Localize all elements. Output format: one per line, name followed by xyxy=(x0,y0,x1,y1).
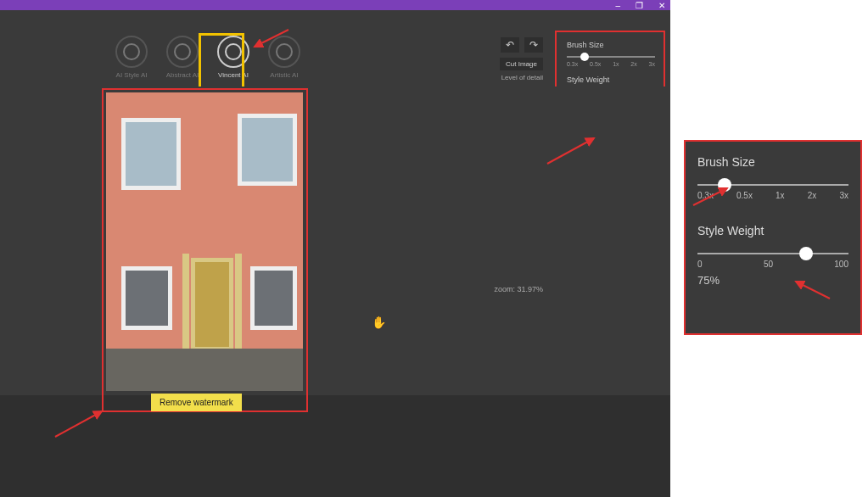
minimize-button[interactable]: – xyxy=(615,1,620,10)
brush-size-slider[interactable] xyxy=(567,56,655,58)
zoom-popup: Brush Size 0.3x 0.5x 1x 2x 3x Style Weig… xyxy=(684,140,862,335)
brush-ticks: 0.3x 0.5x 1x 2x 3x xyxy=(567,61,655,67)
building-door xyxy=(191,258,233,351)
building-window xyxy=(121,118,181,190)
brush-size-thumb[interactable] xyxy=(580,53,589,61)
ai-style-icon xyxy=(115,36,148,68)
building-steps xyxy=(106,349,303,391)
redo-button[interactable]: ↷ xyxy=(524,37,543,53)
app-window: – ❐ ✕ AI Style AI Abstract AI Vincent AI… xyxy=(0,0,670,497)
popup-style-thumb[interactable] xyxy=(799,247,813,260)
popup-style-ticks: 0 50 100 xyxy=(697,260,848,269)
popup-style-value: 75% xyxy=(697,274,848,287)
abstract-icon xyxy=(166,36,199,68)
artistic-icon xyxy=(268,36,300,68)
popup-brush-ticks: 0.3x 0.5x 1x 2x 3x xyxy=(697,191,848,200)
popup-brush-thumb[interactable] xyxy=(718,178,731,192)
building-window xyxy=(250,266,297,330)
remove-watermark-button[interactable]: Remove watermark xyxy=(151,394,242,411)
building-window xyxy=(238,114,297,186)
popup-brush-label: Brush Size xyxy=(697,155,848,169)
tab-vincent[interactable]: Vincent AI xyxy=(212,36,255,79)
controls-right: ↶ ↷ Cut Image Level of detail Maximum ▼ xyxy=(484,37,543,93)
image-preview[interactable] xyxy=(106,92,303,391)
close-button[interactable]: ✕ xyxy=(658,1,665,10)
canvas-area: Remove watermark ✋ zoom: 31.97% xyxy=(0,87,670,395)
restore-button[interactable]: ❐ xyxy=(636,1,643,10)
tab-label: Artistic AI xyxy=(270,71,298,79)
tab-abstract[interactable]: Abstract AI xyxy=(161,36,204,79)
building-pillar xyxy=(182,254,189,351)
titlebar: – ❐ ✕ xyxy=(0,0,670,10)
tab-label: Vincent AI xyxy=(218,71,249,79)
hand-cursor-icon: ✋ xyxy=(372,316,386,329)
undo-button[interactable]: ↶ xyxy=(501,37,519,53)
tab-ai-style[interactable]: AI Style AI xyxy=(110,36,153,79)
tab-label: AI Style AI xyxy=(116,71,148,79)
tab-label: Abstract AI xyxy=(166,71,199,79)
tab-artistic[interactable]: Artistic AI xyxy=(263,36,305,79)
bottom-panel xyxy=(0,395,670,497)
vincent-icon xyxy=(217,36,249,68)
level-of-detail-label: Level of detail xyxy=(484,74,543,81)
cut-image-button[interactable]: Cut Image xyxy=(500,58,543,70)
popup-style-slider[interactable] xyxy=(697,253,848,254)
building-window xyxy=(121,266,172,330)
popup-style-label: Style Weight xyxy=(697,224,848,237)
brush-size-label: Brush Size xyxy=(567,41,655,49)
popup-brush-slider[interactable] xyxy=(697,184,848,186)
style-weight-label: Style Weight xyxy=(567,75,655,84)
toolbar: AI Style AI Abstract AI Vincent AI Artis… xyxy=(0,10,670,87)
building-pillar xyxy=(235,254,242,351)
zoom-label: zoom: 31.97% xyxy=(494,285,543,293)
